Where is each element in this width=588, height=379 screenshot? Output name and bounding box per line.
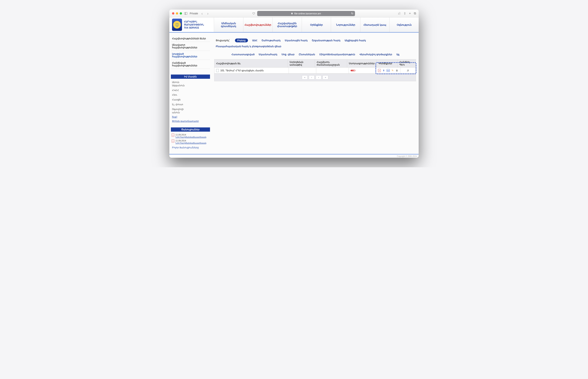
sidebar-menu-item[interactable]: Հանձնված հաշվետվություններ: [171, 60, 210, 69]
filter-tab[interactable]: Այլ: [396, 53, 399, 56]
filter-bar: Ցուցադրել՝ ԲոլորըԱԱՀՇահութահարկԵկամտային…: [214, 38, 416, 56]
notice-item[interactable]: A11.09.2014Նոր հաշվետվաձևատեսակ: [172, 140, 209, 144]
about-panel-title: Իմ Մասին: [171, 75, 210, 79]
cell-period: [316, 68, 349, 74]
pdf-icon: A: [172, 134, 174, 137]
pager-next[interactable]: ›: [316, 75, 321, 79]
table-header: Հաշվետվության ձև Ստեղծման ամսաթիվ Հաշվետ…: [214, 59, 416, 68]
col-created: Ստեղծման ամսաթիվ: [288, 59, 315, 68]
window-zoom-button[interactable]: [180, 12, 182, 15]
profile-field: Էլ. փոստ: [172, 103, 209, 106]
lock-icon: 🔒︎: [291, 12, 293, 15]
main-nav-item[interactable]: Նորություններ: [331, 17, 360, 32]
col-send: Հանձնել ՊԵԿ: [398, 59, 416, 68]
footer: Copyright © 2000-2024: [169, 154, 419, 158]
filter-tab[interactable]: Շահութահարկ: [262, 39, 281, 42]
notices-panel-title: Ծանուցումներ: [171, 127, 210, 132]
cell-created: [289, 68, 316, 74]
notice-item[interactable]: A11.09.2014Նոր հաշվետվաձևատեսակ: [172, 134, 209, 138]
private-mode-label: Private: [190, 12, 198, 15]
profile-field: Հասցե: [172, 98, 209, 101]
pager-prev[interactable]: ‹: [309, 75, 315, 79]
filter-tab[interactable]: Վերահսկվող գործարքներ: [359, 53, 392, 56]
forward-button[interactable]: ›: [206, 12, 210, 15]
filter-tab[interactable]: ԱԱՀ: [252, 39, 257, 42]
reload-icon[interactable]: ↻: [351, 12, 353, 15]
main-nav-item[interactable]: Օրենքներ: [302, 17, 331, 32]
sidebar: Հաշվետվությունների ձևերԱնավարտ հաշվետվու…: [169, 33, 212, 154]
back-button[interactable]: ‹: [201, 12, 204, 15]
filter-tab[interactable]: Սոց. վճար: [282, 53, 295, 56]
profile-field: Հեռ.: [172, 93, 209, 96]
table-row: 101. Դիմում՝ ՀԴՄ գրանցելու մասին A ⬆︎ mo…: [214, 68, 416, 74]
tabs-overview-icon[interactable]: ⧉: [414, 12, 416, 15]
sidebar-toggle-icon[interactable]: [184, 12, 187, 15]
col-name: Հաշվետվության ձև: [214, 59, 288, 68]
profile-field: ՀՎՀՀ: [172, 89, 209, 92]
upload-icon[interactable]: ⬆︎: [382, 69, 385, 72]
all-notices-link[interactable]: Բոլոր ծանուցումները: [172, 146, 209, 149]
browser-window: Private ‹ › 🛡︎ 🔒︎ file-online.taxservice…: [169, 10, 419, 158]
main-nav-item[interactable]: Հետադարձ կապ: [360, 17, 389, 32]
sidebar-menu: Հաշվետվությունների ձևերԱնավարտ հաշվետվու…: [171, 35, 210, 69]
main-nav-item[interactable]: Հաշվարկային փաստաթղթեր: [272, 17, 302, 32]
privacy-shield-icon[interactable]: 🛡︎: [252, 12, 255, 15]
sidebar-menu-item[interactable]: Հաշվետվությունների ձևեր: [171, 35, 210, 42]
window-close-button[interactable]: [172, 12, 174, 15]
site-header: ⚖️ ՀԱՐԿԱՅԻՆ ԾԱՌԱՅՈՒԹՅՈՒՆ TAX SERVICE Անձ…: [169, 17, 419, 33]
col-sign: Ստորագրություններ: [347, 59, 377, 68]
change-password-link[interactable]: Փոխել գաղտնաբառը: [172, 120, 209, 123]
filter-lead: Ցուցադրել՝: [216, 39, 230, 42]
mo-icon[interactable]: mo: [387, 69, 390, 72]
filter-tab[interactable]: Շրջանառության հարկ: [312, 39, 340, 42]
pager: « ‹ › »: [214, 74, 416, 81]
profile-field: Օգտվողիանուն: [172, 108, 209, 114]
filter-tab[interactable]: Հաստատագրված: [232, 53, 254, 56]
cell-name: 101. Դիմում՝ ՀԴՄ գրանցելու մասին: [214, 68, 289, 74]
filter-tab[interactable]: Եկամտային հարկ: [285, 39, 308, 42]
cell-actions: A ⬆︎ mo ✎ 🗑︎: [376, 68, 401, 74]
logout-link[interactable]: [Ելք]: [172, 115, 209, 118]
main-nav-item[interactable]: Հաշվետվություններ: [243, 17, 272, 32]
sidebar-menu-item[interactable]: Անավարտ հաշվետվություններ: [171, 42, 210, 51]
brand-text: ՀԱՐԿԱՅԻՆ ԾԱՌԱՅՈՒԹՅՈՒՆ TAX SERVICE: [184, 20, 204, 30]
address-bar[interactable]: 🔒︎ file-online.taxservice.am ↻: [257, 11, 355, 16]
downloads-icon[interactable]: ↓⃝: [398, 12, 401, 15]
filter-tab[interactable]: Միկրոձեռնարկատիրություն: [319, 53, 355, 56]
content: Ցուցադրել՝ ԲոլորըԱԱՀՇահութահարկԵկամտային…: [212, 33, 419, 154]
pager-first[interactable]: «: [302, 75, 308, 79]
window-minimize-button[interactable]: [176, 12, 178, 15]
cell-send: 📤︎: [401, 68, 416, 74]
reports-table: Հաշվետվության ձև Ստեղծման ամսաթիվ Հաշվետ…: [214, 59, 416, 81]
brand[interactable]: ⚖️ ՀԱՐԿԱՅԻՆ ԾԱՌԱՅՈՒԹՅՈՒՆ TAX SERVICE: [169, 17, 214, 32]
main-nav-item[interactable]: Օգնություն: [389, 17, 419, 32]
cell-sign: [349, 68, 376, 74]
col-period: Հաշվետու ժամանակաշրջան: [315, 59, 347, 68]
filter-tab[interactable]: Ակցիզային հարկ: [345, 39, 366, 42]
new-tab-icon[interactable]: +: [409, 12, 411, 15]
filter-tab[interactable]: Ընտանեկան: [299, 53, 315, 56]
col-actions: Գործիքներ: [377, 59, 398, 68]
sidebar-menu-item[interactable]: Լրացված հաշվետվություններ: [171, 51, 210, 60]
brand-badge-icon: ⚖️: [172, 19, 182, 31]
filter-tab[interactable]: Եկամտահարկ: [259, 53, 277, 56]
edit-icon[interactable]: ✎: [391, 69, 394, 72]
profile-field: ԱնունԱզգանուն: [172, 81, 209, 87]
send-icon[interactable]: 📤︎: [406, 69, 409, 72]
browser-titlebar: Private ‹ › 🛡︎ 🔒︎ file-online.taxservice…: [169, 10, 419, 17]
filter-tab[interactable]: Բոլորը: [235, 38, 248, 42]
main-nav: Անձնական գրասենյակՀաշվետվություններՀաշվա…: [214, 17, 419, 32]
share-icon[interactable]: ⇧: [403, 12, 406, 15]
pdf-icon: A: [172, 140, 174, 142]
window-controls: [172, 12, 182, 15]
main-nav-item[interactable]: Անձնական գրասենյակ: [214, 17, 243, 32]
delete-icon[interactable]: 🗑︎: [395, 69, 399, 72]
pager-last[interactable]: »: [323, 75, 328, 79]
signature-status-icon[interactable]: [351, 70, 355, 71]
filter-tab[interactable]: Բնապահպանական հարկ և բնօգտագործման վճար: [216, 45, 281, 48]
copyright: Copyright © 2000-2024: [397, 155, 417, 157]
report-name[interactable]: 101. Դիմում՝ ՀԴՄ գրանցելու մասին: [220, 69, 264, 72]
document-icon: [216, 69, 219, 72]
url-text: file-online.taxservice.am: [294, 12, 321, 15]
export-pdf-icon[interactable]: A: [378, 69, 381, 72]
